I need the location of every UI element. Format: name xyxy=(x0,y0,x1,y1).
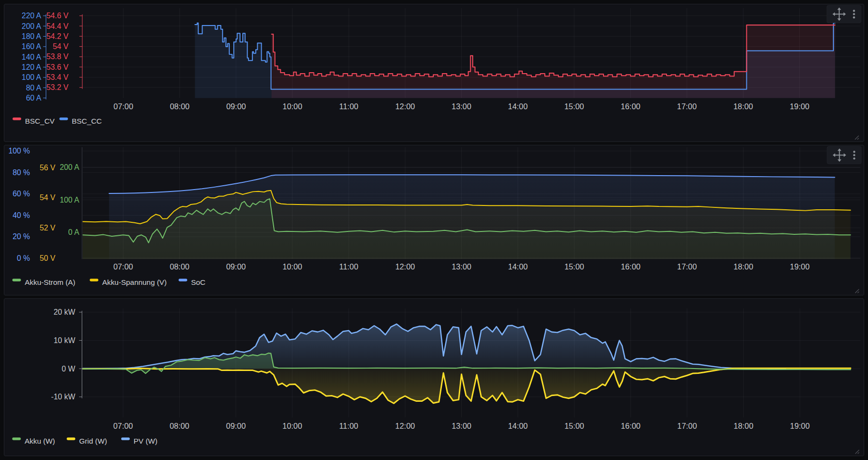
y-axis-tick-label: 180 A xyxy=(22,32,41,40)
x-axis-tick-label: 14:00 xyxy=(508,422,528,430)
x-axis-tick-label: 15:00 xyxy=(565,422,584,430)
legend-item-Akku-Strom (A)[interactable]: Akku-Strom (A) xyxy=(13,278,75,286)
legend-label: Akku (W) xyxy=(25,437,55,445)
legend-swatch xyxy=(90,279,99,281)
y-axis-tick-label: 54 V xyxy=(39,193,55,202)
legend-label: PV (W) xyxy=(134,437,158,445)
bsc-chart-canvas: 220 A200 A180 A160 A140 A120 A100 A80 A6… xyxy=(4,4,864,141)
panel-power-flow: 20 kW10 kW0 W-10 kW07:0008:0009:0010:001… xyxy=(4,298,864,456)
y-axis-tick-label: -10 kW xyxy=(51,393,75,401)
x-axis-tick-label: 07:00 xyxy=(113,102,133,111)
y-axis-tick-label: 140 A xyxy=(22,53,41,61)
x-axis-tick-label: 13:00 xyxy=(452,262,471,271)
x-axis-tick-label: 13:00 xyxy=(452,422,471,430)
y-axis-tick-label: 200 A xyxy=(22,22,41,30)
y-axis-tick-label: 53.4 V xyxy=(46,73,68,81)
panel-toolbar xyxy=(827,5,861,23)
legend-label: Akku-Spannung (V) xyxy=(102,278,166,286)
y-axis-tick-label: 20 % xyxy=(13,232,30,241)
x-axis-tick-label: 14:00 xyxy=(508,102,528,111)
x-axis-tick-label: 11:00 xyxy=(339,262,358,271)
y-axis-tick-label: 50 V xyxy=(39,254,55,262)
x-axis-tick-label: 08:00 xyxy=(170,262,189,271)
x-axis-tick-label: 12:00 xyxy=(395,262,415,271)
plot-area[interactable] xyxy=(82,308,860,418)
legend-item-BSC_CV[interactable]: BSC_CV xyxy=(13,117,55,125)
legend-label: Grid (W) xyxy=(79,437,107,445)
x-axis-tick-label: 12:00 xyxy=(395,422,415,430)
legend-label: SoC xyxy=(191,278,205,286)
legend-item-Akku (W)[interactable]: Akku (W) xyxy=(12,437,55,445)
x-axis-tick-label: 16:00 xyxy=(621,422,641,430)
x-axis-tick-label: 09:00 xyxy=(226,102,246,111)
y-axis-tick-label: 56 V xyxy=(39,164,55,172)
legend: Akku (W)Grid (W)PV (W) xyxy=(12,437,157,445)
legend-swatch xyxy=(121,437,130,440)
x-axis-tick-label: 15:00 xyxy=(565,262,584,271)
kebab-menu-icon[interactable] xyxy=(853,151,855,159)
panel-toolbar xyxy=(827,146,862,164)
legend-label: BSC_CC xyxy=(72,117,101,125)
x-axis-tick-label: 10:00 xyxy=(283,102,302,111)
panel-bsc-charge-controller: 220 A200 A180 A160 A140 A120 A100 A80 A6… xyxy=(4,4,864,142)
y-axis-tick-label: 54 V xyxy=(53,42,69,51)
legend-swatch xyxy=(178,279,187,281)
legend-swatch xyxy=(13,117,21,120)
y-axis-tick-label: 60 % xyxy=(13,190,30,198)
legend-item-PV (W)[interactable]: PV (W) xyxy=(121,437,157,445)
battery-chart-canvas: 100 %80 %60 %40 %20 %0 %56 V54 V52 V50 V… xyxy=(4,145,864,295)
x-axis-tick-label: 12:00 xyxy=(395,102,415,111)
x-axis-tick-label: 17:00 xyxy=(677,102,697,111)
y-axis-tick-label: 53.6 V xyxy=(46,63,68,71)
x-axis-tick-label: 16:00 xyxy=(621,262,641,271)
legend-swatch xyxy=(67,437,75,440)
x-axis-tick-label: 10:00 xyxy=(282,422,302,430)
plot-area[interactable] xyxy=(83,8,860,98)
x-axis-tick-label: 19:00 xyxy=(790,102,809,111)
y-axis-tick-label: 100 A xyxy=(22,73,41,81)
x-axis-tick-label: 18:00 xyxy=(734,422,754,430)
legend-label: Akku-Strom (A) xyxy=(25,278,75,286)
x-axis-tick-label: 09:00 xyxy=(226,262,246,271)
x-axis-tick-label: 08:00 xyxy=(170,102,189,111)
y-axis-tick-label: 0 % xyxy=(17,254,30,262)
y-axis-tick-label: 100 A xyxy=(60,196,79,204)
x-axis-tick-label: 18:00 xyxy=(733,102,753,111)
x-axis-tick-label: 16:00 xyxy=(621,102,641,111)
x-axis-tick-label: 13:00 xyxy=(452,102,471,111)
x-axis-tick-label: 19:00 xyxy=(790,262,810,271)
x-axis-tick-label: 07:00 xyxy=(113,422,133,430)
y-axis-tick-label: 200 A xyxy=(60,163,79,171)
y-axis-tick-label: 40 % xyxy=(13,211,30,219)
y-axis-tick-label: 80 % xyxy=(13,168,30,177)
legend-item-BSC_CC[interactable]: BSC_CC xyxy=(59,117,101,125)
legend-swatch xyxy=(13,279,21,281)
panel-battery-status: 100 %80 %60 %40 %20 %0 %56 V54 V52 V50 V… xyxy=(4,145,864,295)
kebab-menu-icon[interactable] xyxy=(853,10,855,18)
legend: BSC_CVBSC_CC xyxy=(13,117,102,125)
x-axis-tick-label: 11:00 xyxy=(339,422,358,430)
y-axis-tick-label: 53.2 V xyxy=(46,83,68,91)
legend: Akku-Strom (A)Akku-Spannung (V)SoC xyxy=(13,278,206,286)
x-axis-tick-label: 10:00 xyxy=(282,262,302,271)
x-axis-tick-label: 14:00 xyxy=(508,262,528,271)
y-axis-tick-label: 100 % xyxy=(8,147,30,155)
plot-area[interactable] xyxy=(83,147,861,259)
y-axis-tick-label: 0 W xyxy=(62,365,75,373)
x-axis-tick-label: 19:00 xyxy=(790,422,810,430)
resize-handle-icon[interactable] xyxy=(855,450,859,454)
y-axis-tick-label: 54.6 V xyxy=(46,12,68,20)
x-axis-tick-label: 18:00 xyxy=(733,262,753,271)
x-axis-tick-label: 17:00 xyxy=(677,262,697,271)
legend-item-Grid (W)[interactable]: Grid (W) xyxy=(67,437,107,445)
y-axis-tick-label: 160 A xyxy=(22,42,41,51)
resize-handle-icon[interactable] xyxy=(855,289,859,293)
y-axis-tick-label: 54.4 V xyxy=(46,22,68,30)
y-axis-tick-label: 120 A xyxy=(22,63,41,71)
y-axis-tick-label: 20 kW xyxy=(54,308,75,316)
legend-item-Akku-Spannung (V)[interactable]: Akku-Spannung (V) xyxy=(90,278,167,286)
resize-handle-icon[interactable] xyxy=(855,136,859,140)
y-axis-tick-label: 10 kW xyxy=(54,336,75,345)
legend-item-SoC[interactable]: SoC xyxy=(178,278,205,286)
x-axis-tick-label: 11:00 xyxy=(339,102,358,111)
